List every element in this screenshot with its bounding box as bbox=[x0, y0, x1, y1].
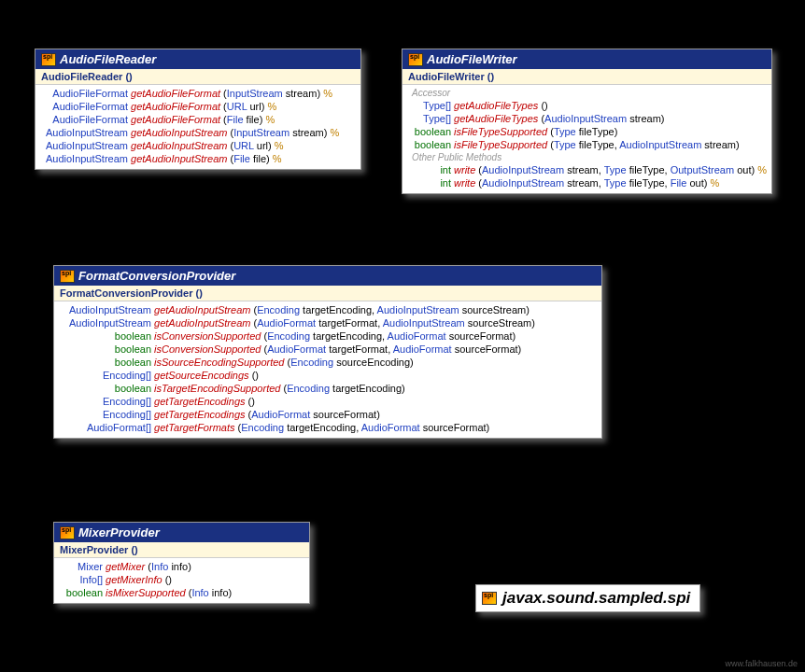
param-type: AudioFormat bbox=[388, 330, 446, 342]
method-row[interactable]: int write (AudioInputStream stream, Type… bbox=[406, 163, 768, 176]
method-row[interactable]: boolean isMixerSupported (Info info) bbox=[58, 586, 305, 599]
method-row[interactable]: Mixer getMixer (Info info) bbox=[58, 560, 305, 573]
return-type: Encoding[] bbox=[58, 369, 151, 382]
method-row[interactable]: boolean isTargetEncodingSupported (Encod… bbox=[58, 382, 598, 395]
param-type: InputStream bbox=[227, 88, 283, 99]
param-name: info bbox=[171, 561, 188, 572]
class-header[interactable]: spiAudioFileReader bbox=[35, 49, 360, 69]
param-name: sourceFormat bbox=[313, 409, 376, 420]
return-type: boolean bbox=[406, 138, 451, 151]
method-name: isSourceEncodingSupported bbox=[154, 357, 284, 368]
method-name: getTargetEncodings bbox=[154, 396, 245, 407]
return-type: AudioFileFormat bbox=[39, 100, 128, 113]
spi-icon: spi bbox=[60, 270, 75, 283]
param-name: stream bbox=[629, 113, 661, 124]
param-type: AudioFormat bbox=[267, 343, 326, 355]
method-row[interactable]: int write (AudioInputStream stream, Type… bbox=[406, 176, 768, 189]
method-row[interactable]: AudioFileFormat getAudioFileFormat (Inpu… bbox=[39, 87, 357, 100]
package-name: javax.sound.sampled.spi bbox=[502, 589, 690, 608]
return-type: boolean bbox=[58, 329, 151, 343]
param-type: AudioInputStream bbox=[544, 113, 627, 124]
method-row[interactable]: boolean isConversionSupported (Encoding … bbox=[58, 329, 598, 343]
method-name: getAudioInputStream bbox=[154, 304, 250, 315]
method-name: isMixerSupported bbox=[106, 587, 186, 598]
method-row[interactable]: AudioFileFormat getAudioFileFormat (URL … bbox=[39, 100, 357, 113]
method-row[interactable]: Type[] getAudioFileTypes (AudioInputStre… bbox=[406, 112, 768, 125]
method-name: getTargetEncodings bbox=[154, 409, 245, 420]
method-row[interactable]: AudioInputStream getAudioInputStream (Au… bbox=[58, 316, 598, 329]
method-row[interactable]: AudioInputStream getAudioInputStream (En… bbox=[58, 303, 598, 316]
param-name: fileType bbox=[579, 139, 614, 150]
param-name: sourceStream bbox=[462, 304, 526, 315]
throws-icon: % bbox=[327, 127, 339, 138]
param-type: AudioFormat bbox=[393, 343, 452, 355]
method-name: getAudioInputStream bbox=[154, 317, 250, 329]
method-row[interactable]: Encoding[] getSourceEncodings () bbox=[58, 369, 598, 382]
param-name: targetEncoding bbox=[332, 383, 402, 394]
method-row[interactable]: AudioInputStream getAudioInputStream (Fi… bbox=[39, 152, 357, 165]
method-name: getMixer bbox=[106, 561, 145, 572]
param-type: Type bbox=[604, 177, 627, 189]
method-row[interactable]: Encoding[] getTargetEncodings (AudioForm… bbox=[58, 408, 598, 421]
constructor[interactable]: FormatConversionProvider () bbox=[54, 286, 601, 301]
method-row[interactable]: boolean isSourceEncodingSupported (Encod… bbox=[58, 356, 598, 369]
param-name: targetEncoding bbox=[287, 422, 356, 433]
method-row[interactable]: AudioFormat[] getTargetFormats (Encoding… bbox=[58, 421, 598, 434]
return-type: boolean bbox=[58, 356, 151, 369]
param-type: Encoding bbox=[267, 330, 310, 342]
param-name: file bbox=[247, 114, 260, 125]
class-header[interactable]: spiAudioFileWriter bbox=[402, 49, 771, 69]
spi-icon: spi bbox=[482, 592, 497, 605]
method-row[interactable]: boolean isFileTypeSupported (Type fileTy… bbox=[406, 138, 768, 151]
param-name: targetEncoding bbox=[313, 330, 382, 342]
method-row[interactable]: Encoding[] getTargetEncodings () bbox=[58, 395, 598, 408]
method-row[interactable]: boolean isConversionSupported (AudioForm… bbox=[58, 343, 598, 356]
constructor[interactable]: AudioFileWriter () bbox=[402, 69, 771, 85]
method-row[interactable]: Info[] getMixerInfo () bbox=[58, 573, 305, 586]
method-row[interactable]: AudioInputStream getAudioInputStream (In… bbox=[39, 126, 357, 139]
return-type: AudioFileFormat bbox=[39, 87, 128, 100]
method-row[interactable]: Type[] getAudioFileTypes () bbox=[406, 99, 768, 112]
spi-icon: spi bbox=[60, 526, 75, 539]
param-type: URL bbox=[227, 101, 247, 112]
param-type: URL bbox=[233, 140, 254, 151]
throws-icon: % bbox=[272, 140, 284, 151]
class-audioFileReader: spiAudioFileReaderAudioFileReader ()Audi… bbox=[35, 49, 361, 170]
return-type: int bbox=[406, 163, 451, 176]
method-name: getAudioFileTypes bbox=[454, 113, 538, 124]
method-name: getSourceEncodings bbox=[154, 370, 249, 381]
param-name: url bbox=[249, 101, 261, 112]
method-name: getAudioFileFormat bbox=[131, 101, 220, 112]
class-header[interactable]: spiMixerProvider bbox=[54, 523, 309, 542]
constructor[interactable]: MixerProvider () bbox=[54, 542, 309, 558]
section-label: Accessor bbox=[406, 87, 768, 99]
param-type: Encoding bbox=[241, 422, 284, 433]
class-title: MixerProvider bbox=[78, 525, 160, 539]
method-row[interactable]: AudioFileFormat getAudioFileFormat (File… bbox=[39, 113, 357, 126]
class-audioFileWriter: spiAudioFileWriterAudioFileWriter ()Acce… bbox=[402, 49, 772, 194]
param-name: url bbox=[257, 140, 268, 151]
param-type: Encoding bbox=[290, 357, 333, 368]
param-type: AudioInputStream bbox=[482, 164, 564, 175]
method-row[interactable]: boolean isFileTypeSupported (Type fileTy… bbox=[406, 125, 768, 138]
return-type: AudioInputStream bbox=[39, 126, 128, 139]
return-type: AudioFormat[] bbox=[58, 421, 151, 434]
method-name: isTargetEncodingSupported bbox=[154, 383, 280, 394]
param-name: out bbox=[689, 177, 703, 189]
param-name: sourceFormat bbox=[449, 330, 513, 342]
throws-icon: % bbox=[262, 114, 275, 125]
return-type: Type[] bbox=[406, 112, 451, 125]
class-header[interactable]: spiFormatConversionProvider bbox=[54, 266, 601, 286]
return-type: Encoding[] bbox=[58, 395, 151, 408]
param-type: Type bbox=[554, 139, 576, 150]
method-name: getAudioFileFormat bbox=[131, 88, 220, 99]
return-type: Mixer bbox=[58, 560, 103, 573]
param-type: AudioInputStream bbox=[377, 304, 459, 315]
param-name: fileType bbox=[629, 164, 665, 175]
method-name: getTargetFormats bbox=[154, 422, 234, 433]
method-name: isFileTypeSupported bbox=[454, 139, 547, 150]
param-type: OutputStream bbox=[671, 164, 734, 175]
class-title: FormatConversionProvider bbox=[78, 269, 235, 283]
method-row[interactable]: AudioInputStream getAudioInputStream (UR… bbox=[39, 139, 357, 152]
constructor[interactable]: AudioFileReader () bbox=[35, 69, 360, 85]
